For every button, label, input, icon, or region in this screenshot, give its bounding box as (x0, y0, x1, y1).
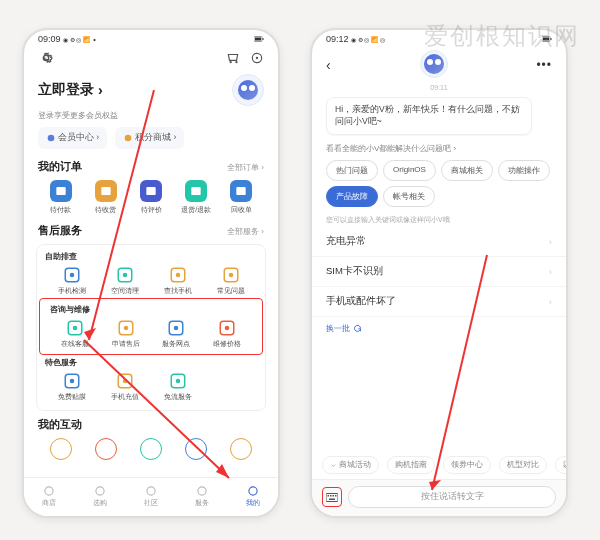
pill-1[interactable]: 积分商城 › (115, 127, 184, 149)
service-item-1-2[interactable]: 服务网点 (151, 319, 202, 349)
bot-greeting: Hi，亲爱的V粉，新年快乐！有什么问题，不妨问问小V吧~ (326, 97, 532, 135)
service-icon (167, 319, 185, 337)
service-icon (63, 372, 81, 390)
order-icon (234, 184, 248, 198)
service-item-0-3[interactable]: 常见问题 (204, 266, 257, 296)
quick-question-2[interactable]: 手机或配件坏了› (312, 287, 566, 317)
nav-item-1[interactable]: 选购 (93, 484, 107, 508)
order-label: 退货/退款 (181, 205, 211, 215)
phone-profile: 09:09 ◉ ⚙ ◎ 📶 ⚬ 立即登录› 登录享受更多会员权益 会员中心 ›积… (22, 28, 280, 518)
login-button[interactable]: 立即登录› (38, 81, 103, 99)
settings-icon[interactable] (38, 50, 54, 66)
capability-hint[interactable]: 看看全能的小V都能解决什么问题吧 › (312, 139, 566, 158)
order-item-4[interactable]: 回收单 (219, 180, 264, 215)
more-button[interactable]: ••• (536, 58, 552, 72)
cart-icon[interactable] (226, 51, 240, 65)
quick-q-label: 手机或配件坏了 (326, 295, 396, 308)
svg-point-31 (122, 379, 127, 384)
bottom-chip-1[interactable]: 购机指南 (387, 456, 435, 474)
orders-all-link[interactable]: 全部订单 › (227, 162, 264, 173)
service-sub: 自助排查 (39, 249, 263, 264)
service-label: 手机充值 (111, 392, 139, 402)
bottom-chip-4[interactable]: 以 (555, 456, 566, 474)
category-chip-0[interactable]: 热门问题 (326, 160, 378, 181)
service-item-1-1[interactable]: 申请售后 (101, 319, 152, 349)
order-item-3[interactable]: 退货/退款 (174, 180, 219, 215)
nav-item-0[interactable]: 商店 (42, 484, 56, 508)
keyboard-button[interactable] (322, 487, 342, 507)
svg-point-29 (69, 379, 74, 384)
svg-rect-46 (326, 493, 338, 501)
bottom-chip-2[interactable]: 领券中心 (443, 456, 491, 474)
badge-icon (46, 133, 56, 143)
svg-point-15 (122, 273, 127, 278)
service-item-2-1[interactable]: 手机充值 (98, 372, 151, 402)
message-icon[interactable] (250, 51, 264, 65)
interact-item-1[interactable] (83, 438, 128, 460)
chevron-right-icon: › (549, 236, 552, 247)
direct-input-hint: 您可以直接输入关键词或像这样问小V哦 (312, 209, 566, 227)
svg-rect-2 (263, 38, 264, 40)
order-item-0[interactable]: 待付款 (38, 180, 83, 215)
interact-item-3[interactable] (174, 438, 219, 460)
service-item-2-0[interactable]: 免费贴膜 (45, 372, 98, 402)
service-label: 维修价格 (213, 339, 241, 349)
quick-q-label: 充电异常 (326, 235, 366, 248)
coin-icon (123, 133, 133, 143)
service-item-1-0[interactable]: 在线客服 (50, 319, 101, 349)
category-chip-3[interactable]: 功能操作 (498, 160, 550, 181)
interact-item-2[interactable] (128, 438, 173, 460)
service-item-0-2[interactable]: 查找手机 (151, 266, 204, 296)
bottom-chip-3[interactable]: 机型对比 (499, 456, 547, 474)
order-item-1[interactable]: 待收货 (83, 180, 128, 215)
service-all-link[interactable]: 全部服务 › (227, 226, 264, 237)
interact-item-0[interactable] (38, 438, 83, 460)
service-label: 免流服务 (164, 392, 192, 402)
category-chip-1[interactable]: OriginOS (383, 160, 436, 181)
svg-rect-10 (192, 187, 201, 195)
category-chip-5[interactable]: 帐号相关 (383, 186, 435, 207)
category-chip-4[interactable]: 产品故障 (326, 186, 378, 207)
service-icon (222, 266, 240, 284)
dropdown-icon (330, 462, 337, 469)
pill-0[interactable]: 会员中心 › (38, 127, 107, 149)
order-label: 待评价 (141, 205, 162, 215)
swap-button[interactable]: 换一批 (312, 317, 566, 340)
back-button[interactable]: ‹ (326, 57, 331, 73)
svg-rect-11 (237, 187, 246, 195)
service-item-0-1[interactable]: 空间清理 (98, 266, 151, 296)
voice-input[interactable]: 按住说话转文字 (348, 486, 556, 508)
service-item-2-2[interactable]: 免流服务 (151, 372, 204, 402)
svg-point-34 (45, 487, 53, 495)
pill-label: 积分商城 › (135, 132, 176, 144)
status-bar: 09:12 ◉ ⚙ ◎ 📶 ◎ (312, 30, 566, 46)
order-item-2[interactable]: 待评价 (128, 180, 173, 215)
interact-item-4[interactable] (219, 438, 264, 460)
avatar[interactable] (232, 74, 264, 106)
service-group-2: 特色服务免费贴膜手机充值免流服务 (39, 355, 263, 404)
nav-item-2[interactable]: 社区 (144, 484, 158, 508)
service-item-0-0[interactable]: 手机检测 (45, 266, 98, 296)
service-item-1-3[interactable]: 维修价格 (202, 319, 253, 349)
quick-question-1[interactable]: SIM卡不识别› (312, 257, 566, 287)
order-icon (144, 184, 158, 198)
login-subtitle: 登录享受更多会员权益 (24, 110, 278, 127)
svg-rect-1 (255, 38, 261, 41)
svg-rect-45 (551, 38, 552, 40)
service-label: 在线客服 (61, 339, 89, 349)
category-chip-2[interactable]: 商城相关 (441, 160, 493, 181)
service-icon (116, 266, 134, 284)
nav-item-4[interactable]: 我的 (246, 484, 260, 508)
order-label: 待收货 (95, 205, 116, 215)
svg-point-27 (225, 326, 230, 331)
service-label: 查找手机 (164, 286, 192, 296)
status-bar: 09:09 ◉ ⚙ ◎ 📶 ⚬ (24, 30, 278, 46)
quick-question-0[interactable]: 充电异常› (312, 227, 566, 257)
service-label: 申请售后 (112, 339, 140, 349)
nav-item-3[interactable]: 服务 (195, 484, 209, 508)
service-icon (218, 319, 236, 337)
svg-point-38 (248, 487, 256, 495)
bottom-chip-0[interactable]: 商城活动 (322, 456, 379, 474)
order-icon (99, 184, 113, 198)
svg-rect-8 (101, 187, 110, 195)
